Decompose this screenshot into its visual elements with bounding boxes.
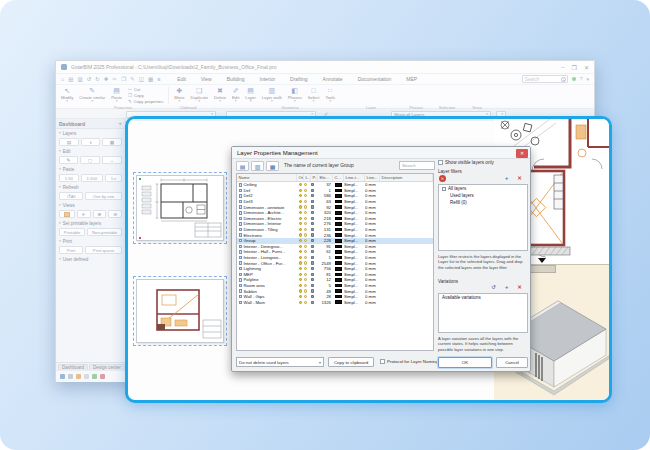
layer-lock-icon[interactable] (304, 217, 307, 220)
layer-lock-icon[interactable] (304, 228, 307, 231)
layer-color-swatch[interactable] (335, 205, 342, 209)
protocol-checkbox-row[interactable]: Protocol for Layer Naming (380, 359, 438, 364)
layer-color-swatch[interactable] (335, 289, 342, 293)
layer-print-icon[interactable] (311, 250, 314, 253)
layer-color-swatch[interactable] (335, 295, 342, 299)
layer-on-icon[interactable] (299, 256, 302, 259)
layout-sheet-2[interactable] (136, 279, 224, 343)
duplicate-layer-button[interactable]: ▥ (251, 161, 264, 171)
new-layer-button[interactable]: ▤ (236, 161, 249, 171)
layer-on-icon[interactable] (299, 211, 302, 214)
layer-color-swatch[interactable] (335, 256, 342, 260)
add-variation-button[interactable]: + (502, 283, 511, 291)
layer-lock-icon[interactable] (304, 261, 307, 264)
remove-filter-icon[interactable]: ✕ (439, 175, 446, 182)
layer-lock-icon[interactable] (304, 200, 307, 203)
layer-print-icon[interactable] (311, 295, 314, 298)
layer-on-icon[interactable] (299, 200, 302, 203)
layer-print-icon[interactable] (311, 261, 314, 264)
layer-print-icon[interactable] (311, 233, 314, 236)
layer-on-icon[interactable] (299, 250, 302, 253)
layer-on-icon[interactable] (299, 194, 302, 197)
layer-lock-icon[interactable] (304, 267, 307, 270)
layer-lock-icon[interactable] (304, 189, 307, 192)
layer-color-swatch[interactable] (335, 211, 342, 215)
layer-print-icon[interactable] (311, 228, 314, 231)
layer-color-swatch[interactable] (335, 284, 342, 288)
layer-print-icon[interactable] (311, 200, 314, 203)
layer-print-icon[interactable] (311, 239, 314, 242)
layer-lock-icon[interactable] (304, 194, 307, 197)
tree-checkbox-icon[interactable] (442, 187, 446, 191)
tree-item-used-layers[interactable]: Used layers (439, 192, 527, 199)
checkbox-icon[interactable] (380, 359, 385, 364)
layer-lock-icon[interactable] (304, 222, 307, 225)
layer-lock-icon[interactable] (304, 250, 307, 253)
layer-on-icon[interactable] (299, 233, 302, 236)
show-visible-checkbox-row[interactable]: Show visible layers only (438, 160, 528, 165)
layer-on-icon[interactable] (299, 217, 302, 220)
layer-print-icon[interactable] (311, 267, 314, 270)
layer-print-icon[interactable] (311, 205, 314, 208)
tree-item-refill[interactable]: Refill (0) (439, 199, 527, 206)
dialog-close-button[interactable]: ✕ (516, 149, 528, 158)
layer-color-swatch[interactable] (335, 250, 342, 254)
layer-color-swatch[interactable] (335, 273, 342, 277)
layer-lock-icon[interactable] (304, 278, 307, 281)
layer-on-icon[interactable] (299, 183, 302, 186)
layer-on-icon[interactable] (299, 295, 302, 298)
layer-lock-icon[interactable] (304, 245, 307, 248)
layer-color-swatch[interactable] (335, 245, 342, 249)
layer-print-icon[interactable] (311, 278, 314, 281)
layer-on-icon[interactable] (299, 245, 302, 248)
layer-on-icon[interactable] (299, 284, 302, 287)
layer-lock-icon[interactable] (304, 233, 307, 236)
layer-on-icon[interactable] (299, 228, 302, 231)
layer-color-swatch[interactable] (335, 261, 342, 265)
tree-item-available-variations[interactable]: Available variations (439, 294, 527, 301)
tree-item-all-layers[interactable]: All layers (439, 185, 527, 192)
layer-row[interactable]: Wall - Main 1326 Simpl... 0 mm (237, 299, 433, 305)
ok-button[interactable]: OK (438, 357, 492, 368)
delete-mode-combo[interactable]: Do not delete used layers (236, 357, 324, 367)
layer-print-icon[interactable] (311, 211, 314, 214)
layer-lock-icon[interactable] (304, 183, 307, 186)
layout-sheet-1[interactable] (136, 175, 224, 241)
layer-on-icon[interactable] (299, 239, 302, 242)
layer-on-icon[interactable] (299, 289, 302, 292)
layer-on-icon[interactable] (299, 278, 302, 281)
layer-on-icon[interactable] (299, 205, 302, 208)
layer-lock-icon[interactable] (304, 239, 307, 242)
layer-lock-icon[interactable] (304, 289, 307, 292)
layer-color-swatch[interactable] (335, 267, 342, 271)
layer-print-icon[interactable] (311, 284, 314, 287)
layer-lock-icon[interactable] (304, 205, 307, 208)
layer-lock-icon[interactable] (304, 301, 307, 304)
layer-print-icon[interactable] (311, 183, 314, 186)
layer-color-swatch[interactable] (335, 217, 342, 221)
delete-layer-button[interactable]: ▦ (266, 161, 279, 171)
layer-color-swatch[interactable] (335, 278, 342, 282)
layer-print-icon[interactable] (311, 217, 314, 220)
layer-print-icon[interactable] (311, 194, 314, 197)
layer-lock-icon[interactable] (304, 284, 307, 287)
layer-color-swatch[interactable] (335, 183, 342, 187)
delete-filter-button[interactable]: ✕ (515, 174, 524, 182)
layer-on-icon[interactable] (299, 222, 302, 225)
layer-color-swatch[interactable] (335, 239, 342, 243)
layer-table-header[interactable]: Name On L... P... Ele... C... Line-t... … (237, 174, 433, 182)
layer-color-swatch[interactable] (335, 233, 342, 237)
delete-variation-button[interactable]: ✕ (515, 283, 524, 291)
layer-print-icon[interactable] (311, 222, 314, 225)
dialog-titlebar[interactable]: Layer Properties Management (232, 147, 530, 159)
layer-on-icon[interactable] (299, 267, 302, 270)
layer-print-icon[interactable] (311, 189, 314, 192)
refresh-variation-button[interactable]: ↺ (489, 283, 498, 291)
layer-on-icon[interactable] (299, 301, 302, 304)
layer-lock-icon[interactable] (304, 211, 307, 214)
cancel-button[interactable]: Cancel (496, 357, 528, 368)
layer-print-icon[interactable] (311, 301, 314, 304)
layer-print-icon[interactable] (311, 256, 314, 259)
layer-on-icon[interactable] (299, 273, 302, 276)
layer-color-swatch[interactable] (335, 200, 342, 204)
